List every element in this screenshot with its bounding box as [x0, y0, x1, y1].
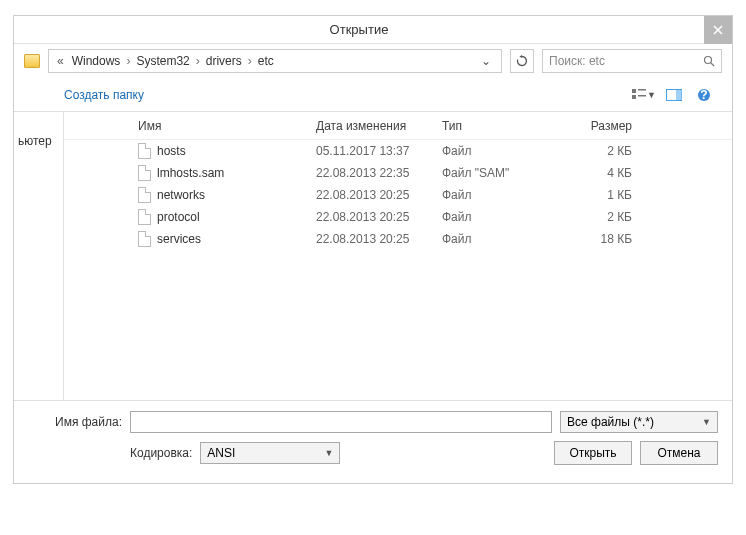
file-type-filter[interactable]: Все файлы (*.*) ▼ [560, 411, 718, 433]
file-type: Файл [442, 232, 560, 246]
file-icon [138, 165, 151, 181]
view-mode-button[interactable]: ▼ [630, 83, 658, 107]
file-size: 18 КБ [560, 232, 650, 246]
new-folder-button[interactable]: Создать папку [28, 88, 144, 102]
file-row[interactable]: hosts 05.11.2017 13:37 Файл 2 КБ [64, 140, 732, 162]
help-button[interactable]: ? [690, 83, 718, 107]
breadcrumb-dropdown[interactable]: ⌄ [475, 54, 497, 68]
file-date: 22.08.2013 20:25 [316, 188, 442, 202]
col-header-name[interactable]: Имя [64, 119, 316, 133]
file-size: 2 КБ [560, 210, 650, 224]
file-type: Файл [442, 210, 560, 224]
chevron-down-icon: ▼ [324, 448, 333, 458]
nav-item-computer[interactable]: ьютер [18, 134, 63, 148]
file-date: 22.08.2013 20:25 [316, 232, 442, 246]
file-row[interactable]: protocol 22.08.2013 20:25 Файл 2 КБ [64, 206, 732, 228]
close-button[interactable] [704, 16, 732, 44]
dialog-body: ьютер Имя Дата изменения Тип Размер host… [14, 112, 732, 400]
file-size: 2 КБ [560, 144, 650, 158]
file-name: lmhosts.sam [157, 166, 224, 180]
file-name: protocol [157, 210, 200, 224]
file-list: Имя Дата изменения Тип Размер hosts 05.1… [64, 112, 732, 400]
svg-rect-4 [632, 95, 636, 99]
file-name: services [157, 232, 201, 246]
file-icon [138, 187, 151, 203]
file-name: networks [157, 188, 205, 202]
svg-text:?: ? [700, 88, 707, 102]
breadcrumb-seg-etc[interactable]: etc [256, 54, 276, 68]
chevron-right-icon[interactable]: › [194, 54, 202, 68]
file-icon [138, 143, 151, 159]
filename-input[interactable] [130, 411, 552, 433]
file-type: Файл "SAM" [442, 166, 560, 180]
file-size: 4 КБ [560, 166, 650, 180]
open-dialog: Открытие « Windows › System32 › drivers … [13, 15, 733, 484]
file-size: 1 КБ [560, 188, 650, 202]
file-date: 05.11.2017 13:37 [316, 144, 442, 158]
svg-rect-7 [676, 90, 682, 100]
titlebar: Открытие [14, 16, 732, 44]
chevron-down-icon: ▼ [647, 90, 656, 100]
breadcrumb-seg-drivers[interactable]: drivers [204, 54, 244, 68]
window-title: Открытие [14, 22, 704, 37]
open-button[interactable]: Открыть [554, 441, 632, 465]
svg-line-1 [711, 63, 714, 66]
toolbar: Создать папку ▼ ? [14, 78, 732, 112]
file-type: Файл [442, 188, 560, 202]
address-bar-row: « Windows › System32 › drivers › etc ⌄ П… [14, 44, 732, 78]
filename-label: Имя файла: [28, 415, 122, 429]
chevron-right-icon[interactable]: › [124, 54, 132, 68]
dialog-footer: Имя файла: Все файлы (*.*) ▼ Кодировка: … [14, 400, 732, 483]
folder-icon [24, 54, 40, 68]
svg-rect-2 [632, 89, 636, 93]
encoding-value: ANSI [207, 446, 235, 460]
chevron-down-icon: ▼ [702, 417, 711, 427]
svg-point-0 [705, 57, 712, 64]
file-date: 22.08.2013 22:35 [316, 166, 442, 180]
breadcrumb[interactable]: « Windows › System32 › drivers › etc ⌄ [48, 49, 502, 73]
col-header-size[interactable]: Размер [560, 119, 650, 133]
search-placeholder: Поиск: etc [549, 54, 605, 68]
file-date: 22.08.2013 20:25 [316, 210, 442, 224]
col-header-type[interactable]: Тип [442, 119, 560, 133]
breadcrumb-seg-system32[interactable]: System32 [134, 54, 191, 68]
refresh-button[interactable] [510, 49, 534, 73]
file-rows: hosts 05.11.2017 13:37 Файл 2 КБ lmhosts… [64, 140, 732, 250]
svg-rect-5 [638, 95, 646, 97]
svg-rect-3 [638, 89, 646, 91]
col-header-date[interactable]: Дата изменения [316, 119, 442, 133]
file-row[interactable]: services 22.08.2013 20:25 Файл 18 КБ [64, 228, 732, 250]
file-name: hosts [157, 144, 186, 158]
file-icon [138, 231, 151, 247]
cancel-button[interactable]: Отмена [640, 441, 718, 465]
chevron-right-icon[interactable]: › [246, 54, 254, 68]
encoding-select[interactable]: ANSI ▼ [200, 442, 340, 464]
breadcrumb-seg-windows[interactable]: Windows [70, 54, 123, 68]
search-icon [703, 55, 715, 67]
search-input[interactable]: Поиск: etc [542, 49, 722, 73]
filter-value: Все файлы (*.*) [567, 415, 654, 429]
file-type: Файл [442, 144, 560, 158]
file-icon [138, 209, 151, 225]
breadcrumb-prefix: « [53, 54, 68, 68]
file-row[interactable]: lmhosts.sam 22.08.2013 22:35 Файл "SAM" … [64, 162, 732, 184]
column-headers: Имя Дата изменения Тип Размер [64, 112, 732, 140]
navigation-pane[interactable]: ьютер [14, 112, 64, 400]
preview-pane-button[interactable] [660, 83, 688, 107]
encoding-label: Кодировка: [130, 446, 192, 460]
file-row[interactable]: networks 22.08.2013 20:25 Файл 1 КБ [64, 184, 732, 206]
